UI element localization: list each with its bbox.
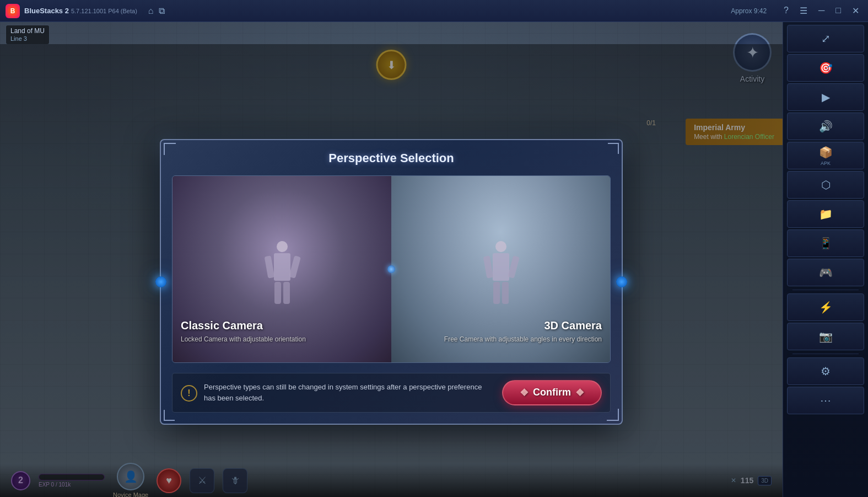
classic-camera-option[interactable]: Classic Camera Locked Camera with adjust… [172, 176, 391, 362]
location-name: Land of MU [10, 27, 45, 35]
char-head [277, 241, 288, 252]
menu-button[interactable]: ☰ [796, 6, 811, 16]
char-arm-left-3d [483, 255, 493, 278]
char-leg-left-3d [493, 282, 500, 304]
location-badge: Land of MU Line 3 [6, 25, 50, 45]
char-legs [263, 282, 301, 304]
corner-tr [608, 143, 619, 154]
maximize-button[interactable]: □ [832, 6, 844, 16]
sidebar-btn-folder[interactable]: 📁 [787, 200, 864, 228]
right-sidebar: ⤢ 🎯 ▶ 🔊 📦 APK ⬡ 📁 📱 🎮 ⚡ 📷 ⚙ ⋯ [783, 22, 868, 497]
game-area: Land of MU Line 3 ⬇ ✦ Activity Imperial … [0, 22, 783, 497]
sidebar-btn-sound[interactable]: 🔊 [787, 113, 864, 140]
sidebar-btn-gamepad[interactable]: 🎮 [787, 259, 864, 286]
char-arm-left [264, 255, 274, 278]
info-bar: ! Perspective types can still be changed… [172, 373, 611, 413]
char-head-3d [495, 241, 506, 252]
modal-overlay: Perspective Selection [0, 44, 783, 497]
sidebar-btn-fps[interactable]: ⚡ [787, 293, 864, 321]
folder-icon: 📁 [819, 207, 833, 221]
titlebar: B BlueStacks 2 5.7.121.1001 P64 (Beta) ⌂… [0, 0, 868, 22]
location-line: Line 3 [10, 35, 27, 42]
screen-icon: 📱 [819, 237, 833, 250]
fps-icon: ⚡ [819, 301, 833, 314]
char-leg-right [283, 282, 290, 304]
nav-icons: ⌂ ⧉ [148, 6, 165, 16]
perspective-modal: Perspective Selection [160, 139, 623, 425]
screenshot-icon: ⬡ [821, 178, 831, 191]
char-body-3d [493, 253, 509, 281]
sidebar-divider-2 [792, 354, 859, 354]
sound-icon: 🔊 [819, 120, 833, 133]
confirm-label: Confirm [533, 387, 571, 398]
help-button[interactable]: ? [780, 6, 792, 16]
home-icon[interactable]: ⌂ [148, 6, 154, 16]
divider-gem [387, 265, 395, 273]
3d-camera-desc: Free Camera with adjustable angles in ev… [444, 335, 602, 343]
classic-character [255, 236, 310, 318]
video-icon: ▶ [822, 90, 830, 104]
sidebar-btn-screen[interactable]: 📱 [787, 229, 864, 257]
expand-icon: ⤢ [821, 32, 831, 45]
sidebar-btn-settings[interactable]: ⚙ [787, 357, 864, 385]
top-hud: Land of MU Line 3 [6, 25, 50, 45]
more-icon: ⋯ [820, 394, 831, 407]
camera-icon: 📷 [819, 330, 833, 343]
close-button[interactable]: ✕ [849, 6, 862, 16]
sidebar-btn-video[interactable]: ▶ [787, 83, 864, 111]
minimize-button[interactable]: ─ [815, 6, 828, 16]
settings-icon: ⚙ [821, 365, 831, 378]
modal-title: Perspective Selection [172, 151, 611, 165]
classic-camera-desc: Locked Camera with adjustable orientatio… [181, 335, 383, 343]
sidebar-btn-screenshot[interactable]: ⬡ [787, 171, 864, 199]
char-leg-right-3d [502, 282, 509, 304]
sidebar-btn-expand[interactable]: ⤢ [787, 25, 864, 52]
time-display: Approx 9:42 [731, 7, 767, 15]
confirm-button[interactable]: Confirm [502, 380, 602, 405]
char-body [274, 253, 290, 281]
char-arm-right [289, 255, 301, 279]
char-leg-left [274, 282, 281, 304]
info-bar-inner: ! Perspective types can still be changed… [181, 380, 602, 405]
char-arm-right-3d [508, 255, 520, 279]
sidebar-btn-more[interactable]: ⋯ [787, 387, 864, 414]
gamepad-icon: 🎮 [819, 266, 833, 279]
app-logo: B [6, 4, 20, 18]
3d-character [473, 236, 529, 318]
activity-icon: 🎯 [819, 61, 833, 74]
camera-options: Classic Camera Locked Camera with adjust… [172, 175, 611, 363]
multi-window-icon[interactable]: ⧉ [159, 6, 165, 16]
char-legs-3d [482, 282, 520, 304]
gem-left [155, 276, 166, 287]
app-name: BlueStacks 2 [24, 7, 69, 15]
corner-bl [164, 410, 175, 421]
apk-icon: 📦 [819, 146, 833, 159]
sidebar-divider-1 [792, 290, 859, 290]
3d-camera-option[interactable]: 3D Camera Free Camera with adjustable an… [391, 176, 610, 362]
classic-camera-name: Classic Camera [181, 319, 263, 332]
sidebar-btn-apk[interactable]: 📦 APK [787, 142, 864, 169]
gem-right [616, 276, 627, 287]
char-silhouette-3d [482, 241, 520, 313]
sidebar-btn-activity[interactable]: 🎯 [787, 54, 864, 82]
sidebar-btn-camera[interactable]: 📷 [787, 323, 864, 350]
window-controls: ? ☰ ─ □ ✕ [780, 6, 862, 16]
3d-camera-name: 3D Camera [544, 319, 602, 332]
info-text: Perspective types can still be changed i… [204, 382, 491, 403]
char-silhouette-classic [263, 241, 301, 313]
apk-label: APK [821, 161, 831, 166]
app-version: 5.7.121.1001 P64 (Beta) [71, 8, 137, 14]
info-icon: ! [181, 385, 197, 402]
